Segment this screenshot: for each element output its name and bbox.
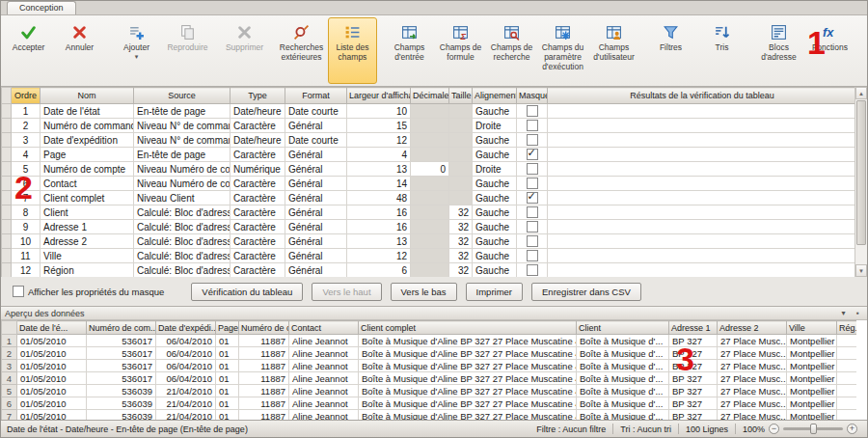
cell-masque[interactable] bbox=[517, 234, 548, 249]
zoom-slider-thumb[interactable] bbox=[810, 424, 817, 434]
cell-source[interactable]: En-tête de page bbox=[134, 104, 231, 119]
cell-region[interactable] bbox=[837, 335, 857, 347]
cell-largeur[interactable]: 48 bbox=[347, 191, 411, 205]
masque-checkbox[interactable] bbox=[527, 149, 538, 160]
print-button[interactable]: Imprimer bbox=[466, 283, 523, 301]
cell-source[interactable]: Niveau Numéro de compte bbox=[134, 177, 231, 191]
cell-decimales[interactable]: 0 bbox=[411, 162, 449, 177]
cell-num_compte[interactable]: 11887 bbox=[239, 385, 289, 397]
cell-format[interactable]: Général bbox=[285, 191, 347, 205]
cell-page[interactable]: 01 bbox=[216, 372, 239, 385]
cell-ville[interactable]: Montpellier bbox=[787, 397, 837, 410]
cell-nom[interactable]: Date de l'état bbox=[41, 104, 134, 119]
fields-table-scrollbar[interactable]: ▲ ▼ bbox=[854, 87, 867, 277]
cell-source[interactable]: Niveau Client bbox=[134, 191, 231, 205]
cell-masque[interactable] bbox=[517, 133, 548, 148]
cell-format[interactable]: Général bbox=[285, 177, 347, 191]
cell-nom[interactable]: Page bbox=[41, 148, 134, 162]
cell-adresse2[interactable]: 27 Place Musc... bbox=[718, 397, 787, 410]
preview-column-header-num_compte[interactable]: Numéro de co... bbox=[239, 321, 289, 335]
cell-source[interactable]: Niveau N° de commande bbox=[134, 119, 231, 133]
cell-adresse2[interactable]: 27 Place Musc... bbox=[718, 360, 787, 372]
cell-taille[interactable] bbox=[449, 162, 473, 177]
cell-resultats[interactable] bbox=[548, 263, 857, 278]
cell-masque[interactable] bbox=[517, 177, 548, 191]
cell-client[interactable]: Boîte à Musique d'... bbox=[577, 397, 669, 410]
cell-client_complet[interactable]: Boîte à Musique d'Aline BP 327 27 Place … bbox=[359, 385, 577, 397]
cell-resultats[interactable] bbox=[548, 220, 857, 234]
cell-client_complet[interactable]: Boîte à Musique d'Aline BP 327 27 Place … bbox=[359, 335, 577, 347]
cell-type[interactable]: Caractère bbox=[231, 220, 285, 234]
cell-num_compte[interactable]: 11887 bbox=[239, 335, 289, 347]
cell-client[interactable]: Boîte à Musique d'... bbox=[577, 335, 669, 347]
cell-contact[interactable]: Aline Jeannot bbox=[289, 385, 359, 397]
cell-format[interactable]: Général bbox=[285, 249, 347, 263]
masque-checkbox[interactable] bbox=[527, 235, 538, 247]
cell-resultats[interactable] bbox=[548, 249, 857, 263]
cell-type[interactable]: Caractère bbox=[231, 249, 285, 263]
chevron-down-icon[interactable]: ▾ bbox=[838, 309, 849, 317]
cell-source[interactable]: Niveau Numéro de compte bbox=[134, 162, 231, 177]
cell-type[interactable]: Caractère bbox=[231, 148, 285, 162]
preview-column-header-ville[interactable]: Ville bbox=[787, 321, 837, 335]
cell-taille[interactable]: 32 bbox=[449, 263, 473, 278]
preview-column-header-contact[interactable]: Contact bbox=[289, 321, 359, 335]
cell-ordre[interactable]: 11 bbox=[12, 249, 41, 263]
cell-date_etat[interactable]: 01/05/2010 bbox=[17, 385, 87, 397]
cell-taille[interactable] bbox=[449, 119, 473, 133]
cell-type[interactable]: Caractère bbox=[231, 191, 285, 205]
masque-checkbox[interactable] bbox=[527, 178, 538, 189]
cell-page[interactable]: 01 bbox=[216, 397, 239, 410]
masque-checkbox[interactable] bbox=[527, 221, 538, 233]
column-header-taille[interactable]: Taille bbox=[449, 88, 473, 104]
cell-decimales[interactable] bbox=[411, 133, 449, 148]
scrollbar-thumb[interactable] bbox=[856, 100, 866, 245]
row-selector[interactable] bbox=[2, 162, 12, 177]
cell-client_complet[interactable]: Boîte à Musique d'Aline BP 327 27 Place … bbox=[359, 372, 577, 385]
cell-type[interactable]: Caractère bbox=[231, 205, 285, 220]
cell-type[interactable]: Date/heure bbox=[231, 133, 285, 148]
cell-format[interactable]: Général bbox=[285, 162, 347, 177]
cell-resultats[interactable] bbox=[548, 148, 857, 162]
row-number[interactable]: 6 bbox=[2, 397, 17, 410]
row-number[interactable]: 5 bbox=[2, 385, 17, 397]
cell-masque[interactable] bbox=[517, 104, 548, 119]
preview-column-header-page[interactable]: Page bbox=[216, 321, 239, 335]
cell-alignement[interactable]: Gauche bbox=[473, 263, 517, 278]
row-selector[interactable] bbox=[2, 177, 12, 191]
cell-alignement[interactable]: Gauche bbox=[473, 220, 517, 234]
column-header-source[interactable]: Source bbox=[134, 88, 231, 104]
column-header-type[interactable]: Type bbox=[231, 88, 285, 104]
cell-adresse2[interactable]: 27 Place Musc... bbox=[718, 347, 787, 360]
cell-taille[interactable] bbox=[449, 148, 473, 162]
cell-ordre[interactable]: 3 bbox=[12, 133, 41, 148]
cell-region[interactable] bbox=[837, 372, 857, 385]
cell-largeur[interactable]: 13 bbox=[347, 234, 411, 249]
preview-column-header-region[interactable]: Rég... bbox=[837, 321, 857, 335]
cell-source[interactable]: En-tête de page bbox=[134, 148, 231, 162]
preview-column-header-adresse1[interactable]: Adresse 1 bbox=[669, 321, 718, 335]
search-fields-button[interactable]: Champs de recherche bbox=[487, 17, 536, 84]
cell-contact[interactable]: Aline Jeannot bbox=[289, 335, 359, 347]
cell-source[interactable]: Calculé: Bloc d'adresse bbox=[134, 263, 231, 278]
list-item[interactable]: 301/05/201053601706/04/20100111887Aline … bbox=[2, 360, 857, 372]
cell-adresse1[interactable]: BP 327 bbox=[669, 397, 718, 410]
cell-region[interactable] bbox=[837, 360, 857, 372]
cell-masque[interactable] bbox=[517, 220, 548, 234]
cell-masque[interactable] bbox=[517, 191, 548, 205]
cell-type[interactable]: Numérique bbox=[231, 162, 285, 177]
cell-type[interactable]: Caractère bbox=[231, 234, 285, 249]
cell-client[interactable]: Boîte à Musique d'... bbox=[577, 360, 669, 372]
move-down-button[interactable]: Vers le bas bbox=[391, 283, 457, 301]
cancel-button[interactable]: Annuler bbox=[55, 17, 104, 84]
cell-largeur[interactable]: 6 bbox=[347, 263, 411, 278]
cell-alignement[interactable]: Gauche bbox=[473, 104, 517, 119]
masque-checkbox[interactable] bbox=[527, 105, 538, 117]
cell-date_exp[interactable]: 21/04/2010 bbox=[156, 385, 216, 397]
cell-taille[interactable] bbox=[449, 191, 473, 205]
cell-ordre[interactable]: 8 bbox=[12, 205, 41, 220]
cell-alignement[interactable]: Gauche bbox=[473, 205, 517, 220]
cell-adresse2[interactable]: 27 Place Musc... bbox=[718, 385, 787, 397]
cell-date_exp[interactable]: 06/04/2010 bbox=[156, 360, 216, 372]
cell-nom[interactable]: Numéro de compte bbox=[41, 162, 134, 177]
